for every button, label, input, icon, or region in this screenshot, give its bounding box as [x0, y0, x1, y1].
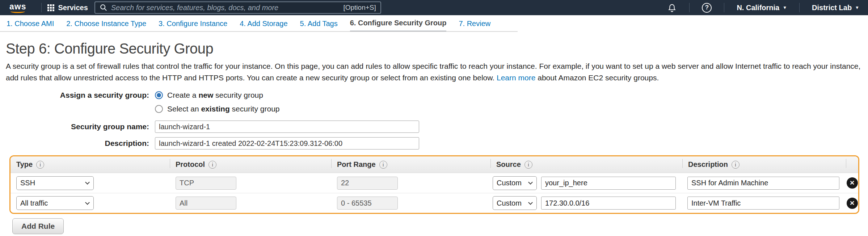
rule-source-input[interactable] [541, 177, 676, 190]
topbar-right: ? N. California ▼ District Lab ▼ [667, 3, 859, 13]
delete-rule-button[interactable]: ✕ [847, 177, 858, 189]
security-rule-row: All traffic Custom ✕ [10, 193, 858, 213]
radio-create-label: Create a new security group [167, 91, 263, 100]
info-icon[interactable]: i [732, 161, 740, 169]
column-header-protocol: Protocol [176, 160, 205, 169]
info-icon[interactable]: i [208, 161, 216, 169]
page-title: Step 6: Configure Security Group [6, 41, 863, 57]
column-header-type: Type [16, 160, 33, 169]
rule-type-select[interactable]: SSH [16, 176, 94, 190]
tabs-underline [0, 31, 518, 32]
column-header-description: Description [688, 160, 728, 169]
chevron-down-icon [85, 180, 90, 185]
tab-add-tags[interactable]: 5. Add Tags [300, 15, 338, 32]
security-rule-row: SSH Custom ✕ [10, 173, 858, 193]
tab-choose-ami[interactable]: 1. Choose AMI [7, 15, 54, 32]
rule-description-input[interactable] [687, 177, 839, 190]
region-selector[interactable]: N. California ▼ [737, 4, 787, 12]
rule-port-range-field [337, 177, 398, 190]
search-box[interactable]: [Option+S] [94, 1, 381, 14]
security-group-form: Assign a security group: Create a new se… [6, 91, 863, 149]
delete-rule-button[interactable]: ✕ [847, 198, 858, 209]
rule-type-select[interactable]: All traffic [16, 196, 94, 210]
security-rules-table: Typei Protocoli Port Rangei Sourcei Desc… [9, 155, 859, 214]
page-description: A security group is a set of firewall ru… [6, 60, 863, 84]
description-label: Description: [6, 139, 155, 148]
rule-protocol-field [176, 177, 236, 190]
tab-configure-security-group[interactable]: 6. Configure Security Group [350, 15, 447, 32]
info-icon[interactable]: i [36, 161, 44, 169]
aws-logo[interactable]: aws [9, 3, 26, 13]
services-menu-button[interactable]: Services [47, 4, 88, 12]
main-content: Step 6: Configure Security Group A secur… [0, 32, 868, 234]
aws-smile-icon [10, 10, 25, 13]
tab-choose-instance-type[interactable]: 2. Choose Instance Type [66, 15, 146, 32]
topbar-divider [724, 3, 724, 12]
wizard-steps: 1. Choose AMI 2. Choose Instance Type 3.… [0, 15, 868, 32]
column-header-actions [846, 156, 858, 173]
security-group-description-input[interactable] [155, 137, 419, 149]
chevron-down-icon: ▼ [783, 5, 787, 10]
region-label: N. California [737, 4, 779, 12]
account-menu[interactable]: District Lab ▼ [812, 4, 859, 12]
radio-select-existing-security-group[interactable]: Select an existing security group [155, 105, 280, 113]
column-header-port-range: Port Range [337, 160, 376, 169]
rule-source-mode-select[interactable]: Custom [493, 196, 537, 210]
chevron-down-icon [528, 180, 533, 185]
notifications-bell-icon[interactable] [667, 3, 677, 13]
topbar-divider [689, 3, 690, 12]
radio-selected-icon[interactable] [155, 91, 163, 99]
rule-port-range-field [337, 197, 398, 210]
intro-suffix: about Amazon EC2 security groups. [538, 73, 659, 82]
rule-protocol-field [176, 197, 236, 210]
tab-review[interactable]: 7. Review [459, 15, 490, 32]
security-group-name-label: Security group name: [6, 122, 155, 131]
search-icon [100, 4, 108, 12]
security-group-name-input[interactable] [155, 121, 419, 133]
chevron-down-icon [528, 200, 533, 205]
intro-text: A security group is a set of firewall ru… [6, 62, 860, 82]
chevron-down-icon [85, 200, 90, 205]
info-icon[interactable]: i [379, 161, 387, 169]
chevron-down-icon: ▼ [855, 5, 859, 10]
column-header-source: Source [496, 160, 521, 169]
radio-unselected-icon[interactable] [155, 105, 163, 113]
topbar-divider [41, 3, 42, 12]
learn-more-link[interactable]: Learn more [497, 73, 535, 82]
rules-table-header: Typei Protocoli Port Rangei Sourcei Desc… [10, 156, 858, 173]
rule-source-mode-select[interactable]: Custom [493, 176, 537, 190]
search-shortcut-hint: [Option+S] [343, 4, 376, 12]
tab-add-storage[interactable]: 4. Add Storage [240, 15, 287, 32]
services-label: Services [58, 4, 88, 12]
rule-description-input[interactable] [687, 197, 839, 210]
topbar: aws Services [Option+S] ? N. California … [0, 0, 868, 15]
radio-create-new-security-group[interactable]: Create a new security group [155, 91, 263, 100]
tab-configure-instance[interactable]: 3. Configure Instance [159, 15, 227, 32]
aws-logo-text: aws [9, 3, 26, 10]
account-label: District Lab [812, 4, 852, 12]
radio-existing-label: Select an existing security group [167, 105, 280, 113]
rule-source-input[interactable] [541, 197, 676, 210]
help-icon[interactable]: ? [702, 3, 712, 13]
grid-icon [47, 4, 54, 11]
assign-security-group-label: Assign a security group: [6, 91, 155, 100]
add-rule-button[interactable]: Add Rule [12, 218, 64, 234]
topbar-divider [799, 3, 800, 12]
search-input[interactable] [111, 4, 340, 12]
info-icon[interactable]: i [524, 161, 532, 169]
